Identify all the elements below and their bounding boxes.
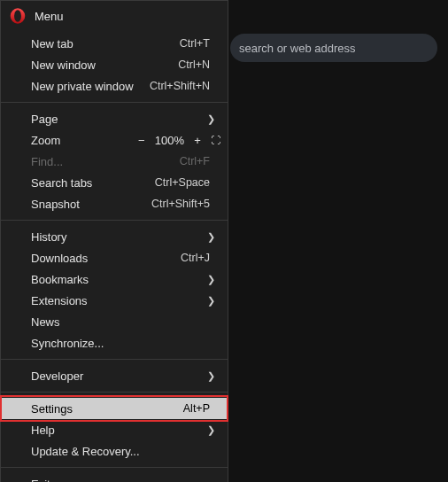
menu-item-new-private-window[interactable]: New private window Ctrl+Shift+N	[1, 75, 228, 97]
main-menu-panel: Menu New tab Ctrl+T New window Ctrl+N Ne…	[0, 0, 228, 482]
menu-item-label: Downloads	[31, 252, 181, 265]
menu-item-label: Snapshot	[31, 198, 151, 211]
chevron-right-icon: ❯	[206, 274, 215, 285]
menu-item-zoom: Zoom − 100% + ⛶	[1, 129, 228, 151]
menu-item-shortcut: Ctrl+Shift+5	[151, 198, 210, 210]
menu-item-help[interactable]: Help ❯	[1, 419, 228, 440]
menu-item-label: Extensions	[31, 294, 206, 307]
zoom-out-button[interactable]: −	[135, 134, 148, 147]
zoom-controls: − 100% + ⛶	[135, 134, 219, 147]
menu-item-snapshot[interactable]: Snapshot Ctrl+Shift+5	[1, 193, 228, 214]
menu-separator	[1, 467, 228, 468]
menu-item-shortcut: Ctrl+Space	[155, 176, 210, 189]
menu-item-developer[interactable]: Developer ❯	[1, 365, 228, 386]
menu-title: Menu	[35, 10, 64, 23]
menu-item-label: Search tabs	[31, 176, 155, 190]
menu-item-label: Synchronize...	[31, 337, 215, 350]
menu-item-shortcut: Ctrl+T	[180, 37, 210, 50]
menu-separator	[1, 392, 228, 393]
menu-item-label: Find...	[31, 155, 180, 168]
menu-item-label: Zoom	[31, 134, 135, 147]
menu-item-label: News	[31, 315, 215, 329]
menu-item-bookmarks[interactable]: Bookmarks ❯	[1, 268, 228, 290]
menu-separator	[1, 102, 228, 103]
menu-item-update-recovery[interactable]: Update & Recovery...	[1, 440, 228, 462]
menu-item-synchronize[interactable]: Synchronize...	[1, 332, 228, 354]
menu-item-find: Find... Ctrl+F	[1, 151, 228, 172]
chevron-right-icon: ❯	[206, 295, 215, 307]
menu-item-shortcut: Ctrl+J	[181, 252, 210, 264]
menu-item-label: Exit	[31, 478, 215, 483]
address-bar-placeholder: search or web address	[239, 42, 356, 55]
menu-item-label: New private window	[31, 80, 150, 93]
menu-item-label: History	[31, 230, 206, 244]
menu-item-news[interactable]: News	[1, 311, 228, 332]
chevron-right-icon: ❯	[206, 424, 215, 436]
address-bar[interactable]: search or web address	[230, 34, 437, 62]
menu-item-downloads[interactable]: Downloads Ctrl+J	[1, 247, 228, 268]
chevron-right-icon: ❯	[206, 231, 215, 243]
menu-item-label: Update & Recovery...	[31, 445, 215, 458]
menu-item-label: Settings	[31, 402, 183, 416]
menu-separator	[1, 359, 228, 360]
menu-header: Menu	[1, 1, 228, 33]
menu-item-label: New window	[31, 58, 178, 72]
chevron-right-icon: ❯	[206, 370, 215, 382]
menu-item-exit[interactable]: Exit	[1, 473, 228, 482]
menu-item-label: Developer	[31, 369, 206, 383]
menu-item-label: Bookmarks	[31, 273, 206, 286]
svg-point-1	[14, 10, 21, 22]
fullscreen-icon[interactable]: ⛶	[211, 135, 219, 145]
opera-logo-icon	[10, 8, 26, 24]
menu-item-shortcut: Ctrl+F	[180, 155, 210, 167]
zoom-in-button[interactable]: +	[191, 134, 204, 147]
menu-item-extensions[interactable]: Extensions ❯	[1, 290, 228, 311]
menu-item-new-tab[interactable]: New tab Ctrl+T	[1, 33, 228, 54]
menu-item-label: New tab	[31, 37, 180, 51]
menu-item-page[interactable]: Page ❯	[1, 108, 228, 129]
zoom-value: 100%	[155, 134, 184, 147]
menu-item-label: Page	[31, 113, 206, 126]
menu-item-settings[interactable]: Settings Alt+P	[1, 398, 228, 419]
menu-separator	[1, 220, 228, 221]
menu-item-shortcut: Alt+P	[183, 402, 210, 415]
menu-item-new-window[interactable]: New window Ctrl+N	[1, 54, 228, 75]
menu-item-shortcut: Ctrl+Shift+N	[150, 80, 210, 92]
chevron-right-icon: ❯	[206, 113, 215, 125]
menu-item-shortcut: Ctrl+N	[178, 58, 210, 71]
menu-item-search-tabs[interactable]: Search tabs Ctrl+Space	[1, 172, 228, 193]
menu-item-history[interactable]: History ❯	[1, 226, 228, 247]
menu-item-label: Help	[31, 424, 206, 437]
